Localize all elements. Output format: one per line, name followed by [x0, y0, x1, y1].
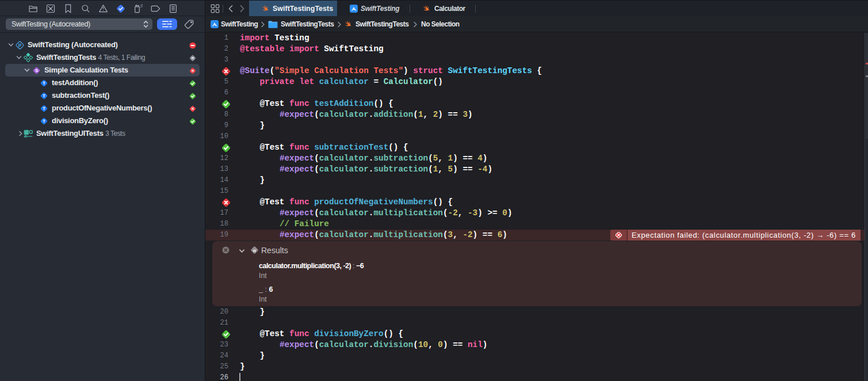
svg-text:T: T — [43, 119, 45, 124]
svg-text:T: T — [43, 106, 45, 111]
svg-text:P: P — [18, 43, 22, 48]
svg-text:S: S — [35, 68, 38, 73]
svg-text:T: T — [43, 81, 45, 86]
svg-text:T: T — [43, 93, 45, 98]
svg-text:n: n — [253, 247, 256, 253]
